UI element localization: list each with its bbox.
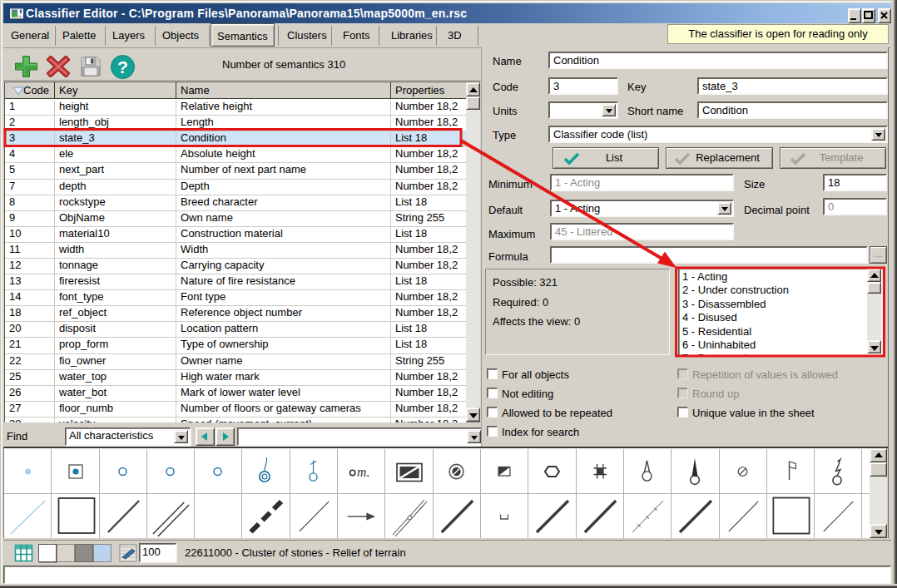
svg-text:?: ?	[117, 57, 128, 77]
svg-text:m.: m.	[357, 465, 369, 479]
